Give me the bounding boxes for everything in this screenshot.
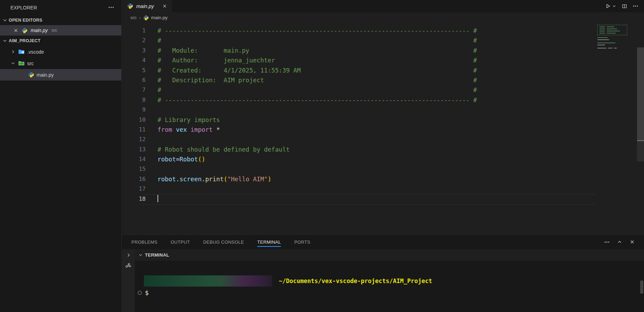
tab-ports[interactable]: PORTS: [294, 238, 310, 246]
text-cursor: [158, 195, 158, 202]
editor-scrollbar[interactable]: [637, 23, 644, 234]
tab-mainpy[interactable]: main.py: [122, 0, 172, 12]
code-lines: 1# -------------------------------------…: [122, 26, 644, 204]
python-icon: [28, 72, 34, 78]
panel-tab-bar: PROBLEMS OUTPUT DEBUG CONSOLE TERMINAL P…: [122, 235, 644, 249]
close-icon[interactable]: [13, 28, 18, 33]
run-python-file-button[interactable]: [605, 3, 616, 9]
minimap-code-lines: [597, 37, 627, 48]
code-line-15[interactable]: 15: [122, 164, 644, 174]
line-text: # Description: AIM project #: [158, 75, 477, 85]
line-number: 6: [122, 75, 146, 85]
code-line-3[interactable]: 3# Module: main.py #: [122, 46, 644, 55]
code-line-8[interactable]: 8# -------------------------------------…: [122, 95, 644, 105]
line-number: 4: [122, 55, 146, 65]
code-line-10[interactable]: 10# Library imports: [122, 115, 644, 125]
line-number: 16: [122, 174, 146, 184]
more-icon: [108, 4, 114, 10]
breadcrumb-folder[interactable]: src: [130, 15, 137, 20]
scrollbar-shade: [637, 141, 644, 161]
line-number: 10: [122, 115, 146, 125]
code-line-12[interactable]: 12: [122, 135, 644, 144]
chevron-down-icon: [2, 17, 8, 23]
bottom-panel: PROBLEMS OUTPUT DEBUG CONSOLE TERMINAL P…: [122, 234, 644, 312]
code-line-16[interactable]: 16robot.screen.print("Hello AIM"): [122, 174, 644, 184]
code-line-5[interactable]: 5# Created: 4/1/2025, 11:55:39 AM #: [122, 66, 644, 75]
code-line-13[interactable]: 13# Robot should be defined by default: [122, 145, 644, 154]
chevron-down-icon: [138, 252, 143, 258]
terminal-section-label: TERMINAL: [145, 252, 169, 258]
maximize-panel-chevron-up-icon[interactable]: [617, 239, 622, 245]
open-editor-item-mainpy[interactable]: main.py src: [0, 25, 121, 36]
line-number: 13: [122, 145, 146, 154]
code-line-18[interactable]: 18: [122, 194, 644, 204]
explorer-title: EXPLORER: [10, 5, 37, 10]
open-editor-file-name: main.py: [31, 28, 48, 33]
split-editor-icon[interactable]: [622, 3, 627, 9]
chevron-down-icon[interactable]: [612, 4, 616, 8]
tab-terminal[interactable]: TERMINAL: [257, 238, 281, 246]
close-panel-icon[interactable]: [629, 239, 635, 245]
terminal-tabs-strip: [122, 249, 135, 312]
minimap[interactable]: [597, 25, 627, 48]
editor-more-actions-button[interactable]: [632, 3, 638, 9]
line-text: # #: [158, 85, 477, 95]
line-text: [158, 194, 158, 204]
code-line-11[interactable]: 11from vex import *: [122, 125, 644, 135]
tree-item-label: main.py: [37, 72, 54, 78]
line-number: 11: [122, 125, 146, 135]
chevron-right-icon[interactable]: [126, 252, 131, 258]
project-root-label: AIM_PROJECT: [9, 38, 40, 43]
line-text: robot=Robot(): [158, 154, 205, 164]
breadcrumb: src › main.py: [122, 12, 644, 23]
line-number: 17: [122, 184, 146, 194]
tree-item-vscode-folder[interactable]: .vscode: [0, 46, 121, 58]
open-editors-label: OPEN EDITORS: [9, 18, 43, 23]
project-section-header[interactable]: AIM_PROJECT: [0, 36, 121, 46]
tab-debug-console[interactable]: DEBUG CONSOLE: [203, 238, 244, 246]
tree-item-src-folder[interactable]: src: [0, 58, 121, 69]
terminal-section-header[interactable]: TERMINAL: [135, 249, 644, 261]
code-line-9[interactable]: 9: [122, 105, 644, 115]
line-text: # Robot should be defined by default: [158, 145, 290, 154]
line-number: 12: [122, 135, 146, 144]
line-number: 15: [122, 164, 146, 174]
folder-src-icon: [18, 60, 25, 67]
explorer-more-actions-button[interactable]: [108, 4, 114, 10]
terminal-output[interactable]: ~/Documents/vex-vscode-projects/AIM_Proj…: [135, 261, 644, 312]
code-line-4[interactable]: 4# Author: jenna_juechter #: [122, 55, 644, 65]
terminal-prompt-highlight-bar: [144, 275, 272, 287]
line-text: robot.screen.print("Hello AIM"): [158, 174, 271, 184]
terminal-view: TERMINAL ~/Documents/vex-vscode-projects…: [122, 249, 644, 312]
code-editor[interactable]: 1# -------------------------------------…: [122, 23, 644, 234]
folder-vscode-icon: [18, 48, 25, 55]
command-circle-icon: [138, 291, 142, 295]
editor-tab-bar: main.py: [122, 0, 644, 12]
terminal-cwd-path: ~/Documents/vex-vscode-projects/AIM_Proj…: [279, 275, 432, 287]
line-number: 8: [122, 95, 146, 105]
run-icon: [605, 3, 611, 9]
line-text: # --------------------------------------…: [158, 95, 477, 105]
tab-problems[interactable]: PROBLEMS: [131, 238, 158, 246]
tree-item-mainpy-file[interactable]: main.py: [0, 69, 121, 81]
tree-item-label: .vscode: [27, 49, 44, 55]
editor-scrollbar-slider[interactable]: [637, 47, 644, 140]
editor-area: main.py src › main.py 1# ---------------…: [122, 0, 644, 234]
panel-more-actions-button[interactable]: [604, 239, 610, 245]
code-line-7[interactable]: 7# #: [122, 85, 644, 95]
code-line-14[interactable]: 14robot=Robot(): [122, 154, 644, 164]
terminal-device-icon[interactable]: [125, 263, 132, 269]
breadcrumb-file[interactable]: main.py: [151, 15, 168, 20]
open-editors-section-header[interactable]: OPEN EDITORS: [0, 15, 121, 25]
python-icon: [143, 15, 149, 21]
code-line-17[interactable]: 17: [122, 184, 644, 194]
code-line-6[interactable]: 6# Description: AIM project #: [122, 75, 644, 85]
tab-output[interactable]: OUTPUT: [171, 238, 190, 246]
code-line-2[interactable]: 2# #: [122, 36, 644, 45]
terminal-scrollbar-slider[interactable]: [640, 281, 643, 294]
line-text: # Library imports: [158, 115, 220, 125]
tree-item-label: src: [27, 61, 34, 66]
close-icon[interactable]: [162, 3, 167, 9]
code-line-1[interactable]: 1# -------------------------------------…: [122, 26, 644, 36]
python-icon: [127, 3, 133, 9]
